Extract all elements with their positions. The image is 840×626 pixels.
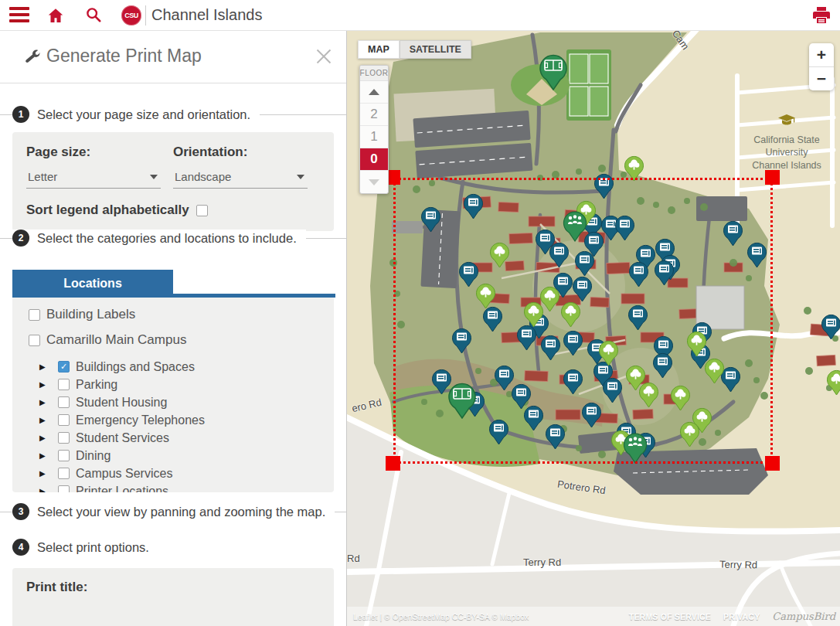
tab-satellite[interactable]: SATELLITE [400, 40, 471, 59]
category-checkbox[interactable] [58, 414, 70, 426]
step-4-text: Select print options. [37, 540, 149, 555]
category-tabbar: Locations [12, 270, 334, 298]
map-pin-building[interactable] [628, 260, 649, 291]
floor-2-button[interactable]: 2 [360, 104, 388, 126]
floor-1-button[interactable]: 1 [360, 126, 388, 148]
step-3-section: 3 Select your view by panning and zoomin… [0, 512, 346, 529]
expand-arrow-icon[interactable]: ▶ [39, 362, 52, 371]
page-size-value: Letter [28, 170, 57, 183]
map-pin-tree[interactable] [560, 301, 581, 331]
expand-arrow-icon[interactable]: ▶ [39, 398, 52, 407]
map-pin-tree[interactable] [704, 357, 725, 387]
map-pin-tree[interactable] [686, 330, 707, 360]
chevron-up-icon [369, 89, 379, 95]
zoom-in-button[interactable]: + [809, 43, 834, 66]
orientation-select[interactable]: Landscape [173, 168, 308, 189]
map-pin-tree[interactable] [638, 381, 659, 411]
step-1-text: Select your page size and orientation. [37, 107, 250, 121]
category-checkbox[interactable] [58, 450, 70, 461]
map-pin-building[interactable] [723, 219, 743, 250]
map-pin-building[interactable] [581, 401, 602, 431]
map-pin-building[interactable] [563, 329, 583, 359]
search-icon[interactable] [85, 6, 102, 26]
menu-icon[interactable] [9, 7, 29, 24]
expand-arrow-icon[interactable]: ▶ [39, 451, 52, 460]
tab-map[interactable]: MAP [358, 40, 400, 59]
print-title-input[interactable] [26, 617, 320, 626]
selection-handle[interactable] [386, 456, 400, 471]
campus-name-line3: Channel Islands [752, 160, 821, 171]
map-pin-people[interactable] [562, 209, 588, 245]
map-pin-building[interactable] [614, 214, 635, 244]
privacy-link[interactable]: PRIVACY [723, 612, 760, 621]
floor-down-button[interactable] [360, 171, 388, 193]
category-label: Campus Services [76, 467, 172, 481]
map-pin-building[interactable] [488, 418, 509, 448]
map-pin-building[interactable] [654, 259, 675, 289]
map-pin-building[interactable] [540, 334, 561, 364]
category-checkbox[interactable] [58, 468, 70, 479]
home-icon[interactable] [46, 6, 65, 28]
map-pin-building[interactable] [563, 368, 583, 398]
map-pin-sports[interactable] [447, 380, 478, 422]
category-label: Student Housing [76, 396, 167, 410]
print-icon[interactable] [812, 7, 831, 27]
map-pin-tree[interactable] [598, 339, 619, 369]
map-pin-tree[interactable] [489, 241, 510, 271]
map-pin-building[interactable] [420, 206, 441, 236]
terms-of-service-link[interactable]: TERMS OF SERVICE [629, 612, 711, 621]
map-pin-building[interactable] [821, 313, 840, 343]
leaflet-attribution[interactable]: Leaflet | © OpenStreetMap CC-BY-SA © Map… [353, 612, 529, 621]
map-pin-building[interactable] [463, 192, 484, 223]
map-pin-building[interactable] [593, 172, 614, 202]
top-header: CSU Channel Islands [0, 0, 840, 31]
campus-map[interactable]: MAP SATELLITE FLOOR 2 1 0 + − California… [347, 31, 840, 626]
category-label: Building Labels [46, 307, 135, 322]
zoom-out-button[interactable]: − [809, 67, 834, 90]
category-checkbox[interactable] [58, 379, 70, 390]
map-pin-building[interactable] [746, 241, 767, 271]
category-checkbox[interactable] [58, 432, 70, 444]
close-icon[interactable] [314, 46, 334, 66]
category-checkbox[interactable] [29, 309, 40, 321]
expand-arrow-icon[interactable]: ▶ [39, 416, 52, 424]
category-row-student-services: ▶Student Services [39, 429, 326, 447]
expand-arrow-icon[interactable]: ▶ [39, 380, 52, 389]
category-row-parking: ▶Parking [39, 376, 326, 393]
map-pin-building[interactable] [602, 376, 623, 407]
map-pin-building[interactable] [627, 304, 648, 334]
map-pin-tree[interactable] [679, 420, 700, 451]
csu-logo[interactable]: CSU [121, 5, 141, 26]
map-pin-building[interactable] [545, 423, 566, 453]
map-pin-tree[interactable] [523, 301, 544, 331]
category-checkbox[interactable] [58, 396, 70, 408]
map-pin-building[interactable] [652, 352, 673, 382]
floor-control-label: FLOOR [360, 66, 388, 81]
zoom-control: + − [809, 43, 834, 90]
sort-legend-checkbox[interactable] [196, 205, 208, 216]
selection-handle[interactable] [765, 170, 780, 185]
chevron-down-icon [369, 179, 379, 185]
map-pin-tree[interactable] [624, 155, 644, 185]
chevron-down-icon [297, 175, 304, 179]
category-row-camarillo-main-campus: Camarillo Main Campus [29, 332, 326, 348]
floor-0-button[interactable]: 0 [360, 148, 388, 171]
map-pin-tree[interactable] [670, 384, 691, 414]
map-pin-sports[interactable] [538, 52, 569, 94]
category-checkbox[interactable]: ✓ [58, 361, 70, 373]
selection-handle[interactable] [765, 456, 780, 471]
page-size-select[interactable]: Letter [26, 168, 161, 189]
map-pin-building[interactable] [451, 327, 472, 357]
expand-arrow-icon[interactable]: ▶ [39, 434, 52, 442]
floor-up-button[interactable] [360, 81, 388, 104]
expand-arrow-icon[interactable]: ▶ [39, 469, 52, 478]
category-checkbox[interactable] [58, 485, 70, 492]
map-pin-people[interactable] [622, 430, 648, 467]
map-pin-tree[interactable] [475, 282, 496, 312]
category-checkbox[interactable] [29, 335, 40, 346]
map-pin-building[interactable] [549, 241, 570, 271]
expand-arrow-icon[interactable]: ▶ [39, 487, 52, 492]
map-pin-tree[interactable] [826, 369, 840, 399]
map-attribution-bar: Leaflet | © OpenStreetMap CC-BY-SA © Map… [347, 607, 840, 626]
map-pin-building[interactable] [523, 404, 544, 434]
